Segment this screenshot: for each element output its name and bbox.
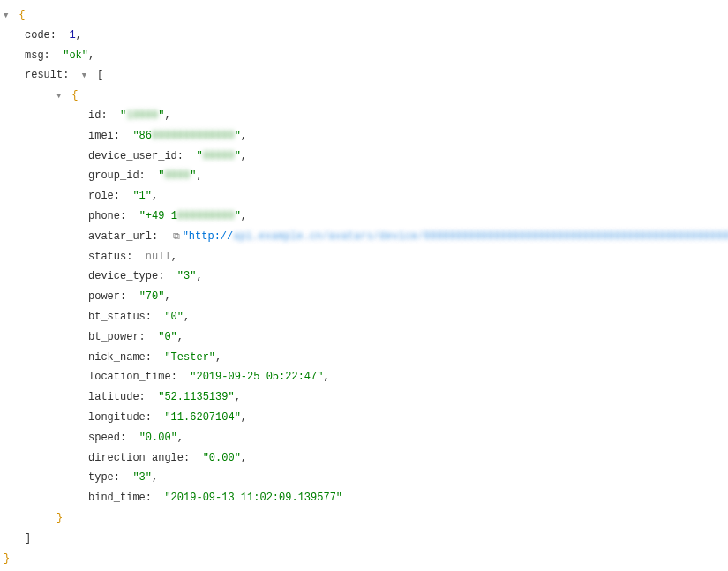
json-value: "0.00" xyxy=(203,452,241,464)
json-key: longitude xyxy=(88,411,146,424)
json-value: "3" xyxy=(132,471,152,484)
json-key: location_time xyxy=(88,371,171,383)
json-value: "Tester" xyxy=(164,351,215,364)
json-value: null xyxy=(146,251,171,263)
json-key: bind_time xyxy=(88,492,146,504)
json-line: { xyxy=(4,5,728,26)
json-value: 1 xyxy=(69,29,75,41)
json-value: "0" xyxy=(164,311,184,323)
json-line: status: null, xyxy=(4,247,728,267)
json-key: avatar_url xyxy=(88,230,152,243)
json-value: "2019-09-25 05:22:47" xyxy=(190,371,323,383)
json-line: msg: "ok", xyxy=(4,46,728,66)
json-line: power: "70", xyxy=(4,287,728,307)
json-value: "00000" xyxy=(196,150,240,162)
json-line: bt_status: "0", xyxy=(4,307,728,327)
json-value: "0" xyxy=(158,331,177,343)
json-line: speed: "0.00", xyxy=(4,428,728,448)
json-value: "860000000000000" xyxy=(132,130,240,142)
json-line: ] xyxy=(4,529,728,549)
json-key: device_user_id xyxy=(88,150,177,162)
json-key: nick_name xyxy=(88,351,146,364)
brace-close: } xyxy=(4,552,10,565)
json-line: code: 1, xyxy=(4,26,728,46)
json-value: "+49 1000000000" xyxy=(139,210,241,222)
json-key: phone xyxy=(88,210,120,222)
json-line: type: "3", xyxy=(4,468,728,488)
json-line: bind_time: "2019-09-13 11:02:09.139577" xyxy=(4,488,728,508)
json-line: latitude: "52.1135139", xyxy=(4,387,728,408)
json-key: latitude xyxy=(88,391,139,403)
json-value: "1" xyxy=(132,190,152,202)
json-value: "ok" xyxy=(63,49,88,62)
json-viewer: { code: 1, msg: "ok", result: [ { id: "1… xyxy=(4,5,728,568)
json-key: result xyxy=(25,69,63,81)
json-line: { xyxy=(4,86,728,106)
json-key: code xyxy=(25,29,50,41)
json-line: longitude: "11.6207104", xyxy=(4,408,728,428)
json-line: location_time: "2019-09-25 05:22:47", xyxy=(4,367,728,387)
collapse-toggle-icon[interactable] xyxy=(56,89,65,104)
json-line: group_id: "0000", xyxy=(4,166,728,186)
json-key: group_id xyxy=(88,169,139,182)
json-line: } xyxy=(4,508,728,529)
json-key: role xyxy=(88,190,114,202)
json-key: direction_angle xyxy=(88,452,184,464)
json-key: type xyxy=(88,471,114,484)
collapse-toggle-icon[interactable] xyxy=(4,9,12,24)
json-line: phone: "+49 1000000000", xyxy=(4,207,728,227)
json-key: id xyxy=(88,109,101,122)
json-key: power xyxy=(88,290,120,303)
json-key: status xyxy=(88,251,126,263)
brace-open: { xyxy=(19,9,25,21)
brace-close: } xyxy=(56,512,63,524)
json-line: nick_name: "Tester", xyxy=(4,348,728,368)
json-key: speed xyxy=(88,432,120,444)
json-value: "10000" xyxy=(120,109,164,122)
external-link-icon[interactable]: ⧉ xyxy=(173,228,180,246)
json-line: device_type: "3", xyxy=(4,267,728,287)
json-line: id: "10000", xyxy=(4,106,728,126)
json-line: role: "1", xyxy=(4,186,728,207)
json-value: "0.00" xyxy=(139,432,177,444)
json-line: imei: "860000000000000", xyxy=(4,126,728,147)
json-key: imei xyxy=(88,130,114,142)
collapse-toggle-icon[interactable] xyxy=(82,69,91,84)
json-value: "52.1135139" xyxy=(158,391,234,403)
json-value: "0000" xyxy=(158,169,196,182)
json-line: } xyxy=(4,549,728,569)
json-line: bt_power: "0", xyxy=(4,327,728,348)
json-value: "11.6207104" xyxy=(164,411,240,424)
json-line: device_user_id: "00000", xyxy=(4,147,728,167)
json-key: msg xyxy=(25,49,44,62)
json-line: result: [ xyxy=(4,65,728,86)
json-value: "70" xyxy=(139,290,165,303)
json-key: bt_status xyxy=(88,311,146,323)
json-line: avatar_url: ⧉"http://api.example.cn/avat… xyxy=(4,227,728,247)
brace-open: { xyxy=(71,89,78,101)
json-key: bt_power xyxy=(88,331,139,343)
bracket-open: [ xyxy=(97,69,103,81)
json-value: "2019-09-13 11:02:09.139577" xyxy=(164,492,342,504)
json-key: device_type xyxy=(88,270,158,282)
bracket-close: ] xyxy=(25,532,31,545)
json-value-link[interactable]: "http://api.example.cn/avatars/device/00… xyxy=(183,230,728,243)
json-line: direction_angle: "0.00", xyxy=(4,448,728,469)
json-value: "3" xyxy=(177,270,197,282)
